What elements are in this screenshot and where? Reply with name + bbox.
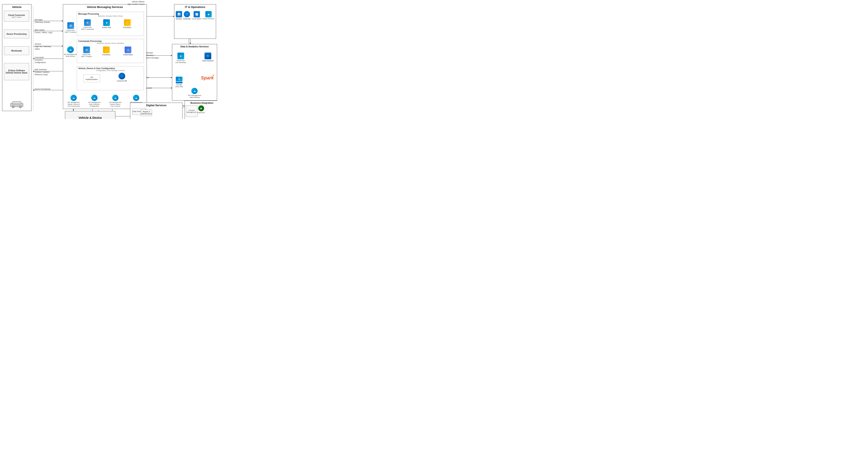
vehicle-config-box: Vehicle, Device & User Configuration Con… <box>77 66 144 90</box>
functions-msg-wrapper: ⚡ Functions <box>123 19 131 29</box>
cloud-connector-label: Cloud Connector <box>8 14 25 16</box>
cloud-connector-box: Cloud Connector MQTT Client <box>4 11 29 22</box>
svg-rect-33 <box>12 101 21 104</box>
business-integration-section: Business Integration ConsentManagement ⚙… <box>185 101 217 119</box>
workloads-box: Workloads <box>4 46 29 55</box>
event-hub-live-label: Event HubLive Telemetry <box>175 60 186 64</box>
eclipse-sdv-box: Eclipse Software Defined Vehicle Stack <box>4 63 29 80</box>
kubernetes-label: Kubernetes <box>123 54 133 56</box>
streams-label: Streams (High-Res Telemetry, Video) <box>35 42 51 50</box>
svg-point-37 <box>20 106 21 107</box>
blob-upload-label: Blob Upload (Traces, Videos, Logs) <box>35 29 53 34</box>
vehicle-messaging-section: Vehicle Messaging Services vehicle softw… <box>63 4 147 109</box>
message-processing-box: Message Processing Authorize, Decode, En… <box>77 12 144 36</box>
monitor-label: Monitor <box>176 18 182 20</box>
vehicle-device-backend-label: Vehicle & DeviceManagement Backend <box>75 116 106 119</box>
blob-download-label: Blob Download (Software Updates, Referen… <box>35 68 50 76</box>
messages-label: Messages (Telemetry, Events) <box>35 18 50 23</box>
event-grid-subscribe-wrapper: ⊞ Event GridMQTT Subscribe <box>81 19 94 30</box>
event-grid-publish-label: Event GridMQTT Publish <box>81 54 92 58</box>
vehicle-config-title: Vehicle, Device & User Configuration <box>78 67 143 70</box>
workloads-label: Workloads <box>11 49 22 52</box>
api-mgmt-cert-wrapper: ☁ API ManagementVehicle, Device &Cert Pr… <box>65 95 82 107</box>
commands-label: Commands (Actuation, Configuration) <box>35 56 46 64</box>
api-mgmt-blob-label: API ManagementBlob Access <box>64 54 77 57</box>
device-provisioning-box: Device Provisioning <box>4 30 29 38</box>
vehicle-device-backend-section: Vehicle & DeviceManagement Backend <box>65 111 115 119</box>
cosmos-db-label: Cosmos DB <box>117 80 127 82</box>
decoded-telemetry-label: decoded telemetry / event messages <box>146 51 159 59</box>
it-operations-title: IT & Operations <box>174 5 216 9</box>
vehicle-title: Vehicle <box>2 5 31 9</box>
api-impl-label: APIImplementation <box>86 76 98 80</box>
defender-label: Defender <box>183 18 191 20</box>
vehicle-messaging-title: Vehicle Messaging Services <box>63 5 147 9</box>
api-mgmt-data-label: API ManagementData CollectionConfigurati… <box>88 101 100 107</box>
device-provisioning-label: Device Provisioning <box>6 33 27 35</box>
consent-mgmt-label: ConsentManagement <box>187 109 196 113</box>
kubernetes-wrapper: ⎈ Kubernetes <box>123 46 133 56</box>
active-directory-wrapper: ◆ Active Directory <box>203 11 214 20</box>
data-analytics-title: Data & Analytics Services <box>172 45 217 48</box>
event-grid-publish-wrapper: ⊞ Event GridMQTT Publish <box>81 46 92 58</box>
commands-processing-box: Commands Processing Authorize, Encode, E… <box>77 39 144 63</box>
api-mgmt-blob-wrapper: ☁ API ManagementBlob Access <box>64 46 77 57</box>
event-hub-live-wrapper: ◈ Event HubLive Telemetry <box>175 53 186 64</box>
defender-wrapper: 🛡 Defender <box>183 11 191 20</box>
event-grid-broker-label: Event GridMQTT 5 Broker <box>65 29 76 33</box>
message-processing-title: Message Processing <box>78 13 143 15</box>
repair-maintenance-box: Repair &Maintenance <box>141 109 152 116</box>
event-grid-subscribe-label: Event GridMQTT Subscribe <box>81 26 94 30</box>
device-prov-arrow-label: Device Provisioning <box>35 88 50 90</box>
monitor-wrapper: 📊 Monitor <box>176 11 182 20</box>
repair-maintenance-label: Repair &Maintenance <box>141 111 152 115</box>
architecture-diagram: { "title": "Connected Vehicle Architectu… <box>0 0 217 119</box>
cloud-connector-sublabel: MQTT Client <box>8 16 25 18</box>
event-hub-msg-wrapper: ◈ Event Hub <box>102 19 111 29</box>
vehicle-logs-label: vehicle software logs / metrics / traces <box>128 0 145 5</box>
curated-label: curated <box>146 87 152 89</box>
data-explorer-label: Data Explorer <box>202 60 214 62</box>
storage-data-lake-label: StorageData Lake <box>175 84 183 88</box>
digital-services-title: Digital Services <box>130 104 182 107</box>
functions-msg-label: Functions <box>123 26 131 29</box>
car-icon <box>9 99 24 108</box>
storage-data-lake-wrapper: ⊟ StorageData Lake <box>175 77 183 88</box>
svg-point-36 <box>12 106 14 107</box>
data-analytics-section: Data & Analytics Services ◈ Event HubLiv… <box>172 44 217 101</box>
spark-wrapper: Spark ★ <box>201 75 214 81</box>
api-mgmt-cert-label: API ManagementVehicle, Device &Cert Prov… <box>67 101 80 107</box>
api-mgmt-sharing-wrapper: ☁ API ManagementData Sharing <box>188 88 201 98</box>
cosmos-db-wrapper: 🌀 Cosmos DB <box>117 73 127 82</box>
consent-mgmt-box: ConsentManagement <box>186 105 197 117</box>
eclipse-sdv-label: Eclipse Software Defined Vehicle Stack <box>4 69 29 74</box>
dataverse-label: Dataverse <box>197 112 205 113</box>
vehicle-section: Vehicle Cloud Connector MQTT Client Devi… <box>2 4 31 111</box>
it-operations-section: IT & Operations 📊 Monitor 🛡 Defender 📈 L… <box>174 4 216 39</box>
log-analytics-label: Log Analytics <box>192 18 202 20</box>
data-explorer-wrapper: 🔷 Data Explorer <box>202 53 214 62</box>
log-analytics-wrapper: 📈 Log Analytics <box>192 11 202 20</box>
digital-services-section: Digital Services Companion App User Fron… <box>130 103 183 119</box>
api-mgmt-owner-label: API ManagementVehicle Owner /User Consen… <box>109 101 121 107</box>
event-hub-msg-label: Event Hub <box>102 26 111 29</box>
raw-label: raw <box>146 76 149 78</box>
dataverse-wrapper: ◉ Dataverse <box>196 105 206 113</box>
commands-processing-title: Commands Processing <box>78 40 143 42</box>
api-mgmt-data-wrapper: ☁ API ManagementData CollectionConfigura… <box>86 95 103 107</box>
api-mgmt-owner-wrapper: ☁ API ManagementVehicle Owner /User Cons… <box>107 95 124 107</box>
functions-cmd-label: Functions <box>102 54 110 56</box>
business-integration-title: Business Integration <box>185 102 217 104</box>
event-grid-broker-wrapper: ⊞ Event GridMQTT 5 Broker <box>65 22 76 33</box>
api-mgmt-sharing-label: API ManagementData Sharing <box>188 95 201 98</box>
functions-cmd-wrapper: ⚡ Functions <box>102 46 110 56</box>
active-directory-label: Active Directory <box>203 18 214 20</box>
